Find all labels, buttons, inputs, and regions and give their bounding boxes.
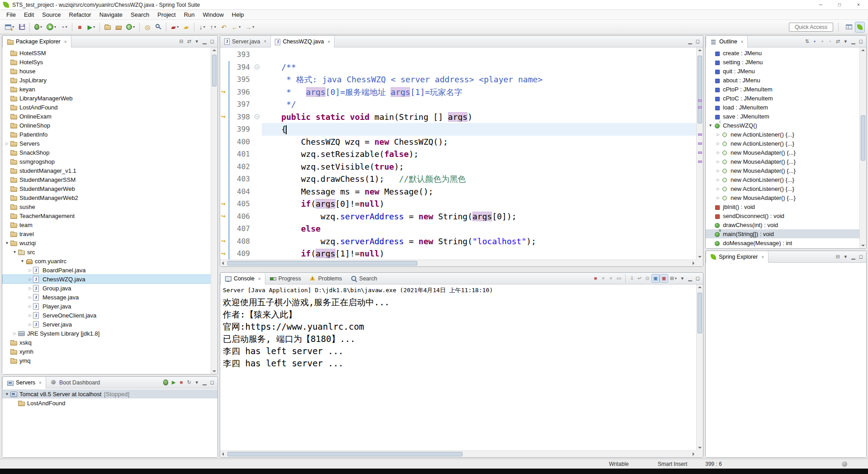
fold-gutter[interactable]: −: [254, 61, 262, 74]
collapsed-arrow-icon[interactable]: ▷: [715, 169, 721, 173]
tree-item-servers[interactable]: ▷Servers: [2, 139, 217, 148]
tab-spring-explorer[interactable]: Spring Explorer×: [706, 251, 769, 263]
back-icon[interactable]: ←▾: [230, 22, 242, 33]
occurrence-overview-mark[interactable]: [698, 133, 702, 136]
tree-item-new-actionlistener-...[interactable]: ▷new ActionListener() {...}: [706, 139, 866, 148]
minimize-icon[interactable]: ▁: [686, 37, 694, 46]
tree-item-studentmanagerweb2[interactable]: StudentManagerWeb2: [2, 193, 217, 202]
collapsed-arrow-icon[interactable]: ▷: [715, 196, 721, 200]
hide-non-public-icon[interactable]: ◦: [826, 37, 834, 46]
tree-item-xskq[interactable]: xskq: [2, 338, 217, 347]
close-icon[interactable]: ×: [741, 39, 744, 44]
tree-item-onlineexam[interactable]: OnlineExam: [2, 112, 217, 121]
minimize-icon[interactable]: ▁: [201, 37, 208, 46]
scrollbar-thumb[interactable]: [861, 115, 865, 161]
menu-edit[interactable]: Edit: [20, 11, 38, 18]
tree-item-hotelssm[interactable]: HotelSSM: [2, 48, 217, 57]
collapsed-arrow-icon[interactable]: ▷: [715, 187, 721, 191]
close-icon[interactable]: ×: [39, 380, 42, 385]
collapsed-arrow-icon[interactable]: ▷: [27, 268, 33, 272]
menu-run[interactable]: Run: [180, 11, 199, 18]
console-vscrollbar[interactable]: [696, 284, 703, 450]
maximize-icon[interactable]: ◻: [208, 37, 216, 46]
view-menu-icon[interactable]: ▾: [193, 37, 201, 46]
collapsed-arrow-icon[interactable]: ▷: [715, 151, 721, 155]
collapsed-arrow-icon[interactable]: ▷: [4, 142, 10, 146]
minimize-icon[interactable]: ▁: [201, 378, 208, 387]
scroll-left-icon[interactable]: [222, 261, 224, 265]
open-perspective-icon[interactable]: [844, 22, 854, 33]
occurrence-overview-mark[interactable]: [698, 161, 702, 163]
collapsed-arrow-icon[interactable]: ▷: [27, 313, 33, 318]
expanded-arrow-icon[interactable]: ▼: [708, 123, 713, 128]
code-line-395[interactable]: 395 * 格式: java ChessWZQ < server address…: [220, 73, 696, 86]
code-line-399[interactable]: 399 {: [220, 123, 696, 136]
tree-item-quit-jmenu[interactable]: quit : JMenu: [706, 66, 866, 76]
tree-item-new-mouseadapter-...[interactable]: ▷new MouseAdapter() {...}: [706, 157, 866, 166]
tree-item-cptop-jmenuitem[interactable]: cPtoP : JMenuItem: [706, 85, 866, 94]
quick-access-box[interactable]: Quick Access: [789, 23, 833, 32]
expanded-arrow-icon[interactable]: ▼: [12, 250, 18, 254]
tree-item-librarymanagerweb[interactable]: LibraryManagerWeb: [2, 94, 217, 103]
code-line-408[interactable]: ↪408 wzq.serverAddress = new String("loc…: [220, 235, 696, 248]
search-icon[interactable]: [153, 22, 163, 33]
tree-item-main-string-void[interactable]: main(String[]) : void: [706, 229, 866, 238]
tree-item-message.java[interactable]: ▷JMessage.java: [2, 293, 217, 302]
collapsed-arrow-icon[interactable]: ▷: [27, 295, 33, 299]
tree-item-lostandfound[interactable]: LostAndFound: [2, 103, 217, 112]
menu-help[interactable]: Help: [228, 11, 248, 18]
tab-console[interactable]: Console×: [220, 273, 265, 284]
code-line-394[interactable]: 394− /**: [220, 61, 696, 74]
collapse-all-icon[interactable]: ⊟: [834, 252, 842, 261]
tree-item-lostandfound[interactable]: LostAndFound: [2, 398, 217, 408]
collapse-icon[interactable]: −: [255, 114, 259, 119]
last-edit-location-icon[interactable]: ↶: [219, 22, 229, 33]
spring-perspective-icon[interactable]: [855, 22, 865, 33]
code-line-404[interactable]: 404 Message ms = new Message();: [220, 185, 696, 198]
code-line-402[interactable]: 402 wzq.setVisible(true);: [220, 161, 696, 173]
tree-item-patientinfo[interactable]: PatientInfo: [2, 130, 217, 139]
show-stderr-icon[interactable]: ▣: [660, 274, 668, 283]
tab-servers[interactable]: Servers×: [2, 377, 46, 389]
tree-item-ymq[interactable]: ymq: [2, 356, 217, 365]
scroll-up-icon[interactable]: [212, 49, 216, 51]
tree-item-senddisconnect-void[interactable]: sendDisconnect() : void: [706, 211, 866, 220]
collapsed-arrow-icon[interactable]: ▷: [27, 277, 33, 281]
scroll-up-icon[interactable]: [698, 49, 702, 51]
collapsed-arrow-icon[interactable]: ▷: [27, 286, 33, 290]
run-icon[interactable]: ▾: [45, 22, 58, 33]
collapsed-arrow-icon[interactable]: ▷: [12, 332, 18, 336]
close-icon[interactable]: ×: [64, 39, 67, 44]
tree-item-new-actionlistener-...[interactable]: ▷new ActionListener() {...}: [706, 175, 866, 184]
code-line-393[interactable]: 393: [220, 48, 696, 61]
tree-item-jre-system-library-jdk1.8[interactable]: ▷JRE System Library [jdk1.8]: [2, 329, 217, 338]
tree-item-boardpanel.java[interactable]: ▷JBoardPanel.java: [2, 265, 217, 275]
tree-item-save-jmenuitem[interactable]: save : JMenuItem: [706, 112, 866, 121]
mark-occurrences-icon[interactable]: ▰: [181, 22, 191, 33]
view-menu-icon[interactable]: ▾: [842, 252, 849, 261]
tree-item-new-mouseadapter-...[interactable]: ▷new MouseAdapter() {...}: [706, 148, 866, 157]
tree-item-sushe[interactable]: sushe: [2, 202, 217, 211]
tree-item-new-actionlistener-...[interactable]: ▷new ActionListener() {...}: [706, 130, 866, 139]
remove-launch-icon[interactable]: ×: [599, 274, 607, 283]
package-explorer-scrollbar[interactable]: [211, 47, 217, 374]
new-class-icon[interactable]: ▾: [124, 22, 137, 33]
tree-item-setting-jmenu[interactable]: setting : JMenu: [706, 57, 866, 66]
tree-item-house[interactable]: house: [2, 66, 217, 76]
clear-console-icon[interactable]: ▭: [615, 274, 623, 283]
publish-icon[interactable]: ↻: [185, 378, 193, 387]
close-icon[interactable]: ×: [258, 276, 261, 281]
view-menu-icon[interactable]: ▾: [842, 37, 849, 46]
tree-item-cptoc-jmenuitem[interactable]: cPtoC : JMenuItem: [706, 94, 866, 103]
tab-package-explorer[interactable]: Package Explorer×: [2, 36, 71, 47]
tree-item-domessage-message-int[interactable]: doMessage(Message) : int: [706, 238, 866, 247]
collapsed-arrow-icon[interactable]: ▷: [715, 178, 721, 182]
scroll-lock-icon[interactable]: ⇩: [628, 274, 636, 283]
close-icon[interactable]: ×: [327, 39, 330, 44]
tab-problems[interactable]: Problems: [305, 273, 346, 284]
tree-item-server.java[interactable]: ▷JServer.java: [2, 320, 217, 329]
terminate-icon[interactable]: ■: [592, 274, 599, 283]
menu-search[interactable]: Search: [127, 11, 153, 18]
tree-item-drawchess-int-void[interactable]: drawChess(int) : void: [706, 220, 866, 229]
code-line-397[interactable]: 397 */: [220, 98, 696, 111]
